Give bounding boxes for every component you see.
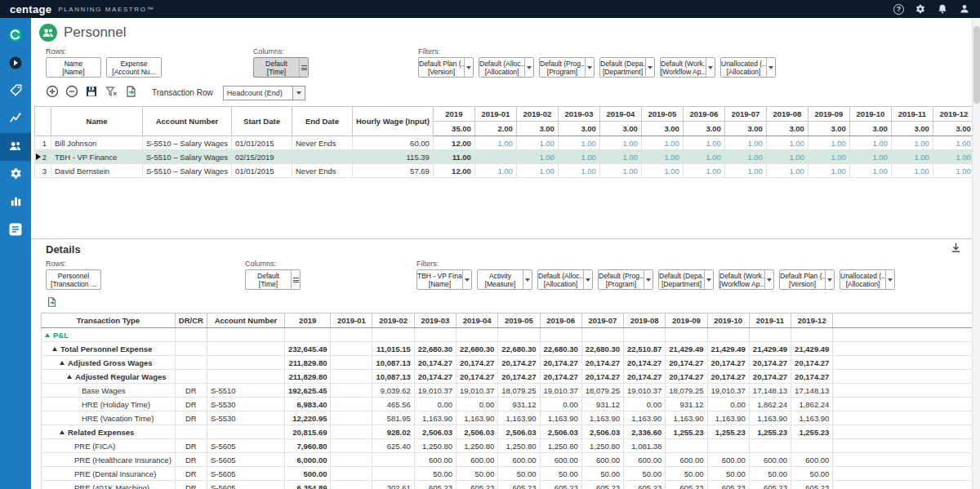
period-value-cell[interactable]: 1.00 [641, 164, 683, 178]
period-value-cell[interactable]: 1.00 [724, 150, 766, 164]
period-value-cell[interactable]: 1.00 [808, 136, 849, 150]
period-value-cell[interactable]: 1.00 [808, 164, 849, 178]
start-date-cell[interactable]: 02/15/2019 [231, 150, 292, 164]
collapse-icon[interactable] [45, 333, 50, 337]
dimension-chip-filter[interactable]: Default (Work...[Workflow Ap... [660, 57, 715, 78]
hourly-wage-cell[interactable]: 60.00 [352, 136, 433, 150]
dropdown-arrow-icon[interactable] [293, 86, 305, 100]
chip-dropdown-icon[interactable] [523, 270, 532, 289]
period-value-cell[interactable]: 1.00 [808, 150, 849, 164]
period-value-cell[interactable]: 1.00 [933, 150, 974, 164]
dimension-chip-row[interactable]: Name[Name] [46, 57, 101, 78]
remove-row-button[interactable] [65, 85, 78, 100]
period-value-cell[interactable]: 1.00 [599, 150, 641, 164]
period-value-cell[interactable]: 1.00 [849, 136, 891, 150]
period-value-cell[interactable]: 1.00 [558, 164, 599, 178]
measure-dropdown-value[interactable]: Headcount (End) [223, 86, 293, 100]
period-value-cell[interactable]: 1.00 [724, 164, 766, 178]
period-value-cell[interactable]: 1.00 [474, 164, 516, 178]
hourly-wage-cell[interactable]: 57.69 [352, 164, 433, 178]
period-value-cell[interactable]: 1.00 [933, 164, 974, 178]
chip-dropdown-icon[interactable] [583, 270, 592, 289]
period-value-cell[interactable]: 1.00 [683, 136, 724, 150]
sidebar-item-settings[interactable] [0, 161, 31, 189]
sidebar-item-personnel[interactable] [0, 133, 31, 161]
collapse-icon[interactable] [52, 347, 57, 351]
sidebar-item-tags[interactable] [0, 78, 31, 105]
sidebar-item-drivers[interactable] [0, 50, 31, 78]
name-cell[interactable]: Bill Johnson [51, 136, 143, 150]
dimension-chip-filter[interactable]: Default (Work...[Workflow Ap... [719, 269, 774, 290]
dimension-chip-column[interactable]: Default[Time] [245, 269, 301, 290]
period-value-cell[interactable]: 1.00 [766, 136, 808, 150]
dimension-chip-filter[interactable]: Default Plan (...[Version] [418, 57, 474, 78]
dimension-chip-filter[interactable]: Default Plan (...[Version] [779, 269, 835, 290]
notifications-icon[interactable] [937, 3, 948, 15]
chip-dropdown-icon[interactable] [704, 270, 713, 289]
period-value-cell[interactable] [474, 150, 516, 164]
collapse-icon[interactable] [67, 375, 72, 379]
period-value-cell[interactable]: 12.00 [433, 136, 474, 150]
dimension-chip-filter[interactable]: Default (Depa...[Department] [599, 57, 655, 78]
period-value-cell[interactable]: 12.00 [433, 164, 474, 178]
dimension-chip-filter[interactable]: Default (Depa...[Department] [658, 269, 714, 290]
period-value-cell[interactable]: 1.00 [933, 136, 974, 150]
period-value-cell[interactable]: 1.00 [516, 136, 558, 150]
period-value-cell[interactable]: 1.00 [849, 164, 891, 178]
save-button[interactable] [85, 85, 98, 100]
name-cell[interactable]: TBH - VP Finance [51, 150, 143, 164]
transaction-type-cell[interactable]: Related Expenses [42, 425, 176, 439]
sidebar-item-logo[interactable] [0, 22, 31, 50]
personnel-row[interactable]: 3David BernsteinS-5510 – Salary Wages01/… [35, 164, 975, 178]
period-value-cell[interactable]: 1.00 [849, 150, 891, 164]
period-value-cell[interactable]: 1.00 [891, 164, 933, 178]
user-icon[interactable] [959, 3, 970, 15]
period-value-cell[interactable]: 1.00 [558, 136, 599, 150]
personnel-row[interactable]: 1Bill JohnsonS-5510 – Salary Wages01/01/… [35, 136, 975, 150]
sidebar-item-analytics[interactable] [0, 105, 31, 133]
chip-dropdown-icon[interactable] [644, 270, 653, 289]
end-date-cell[interactable]: Never Ends [292, 136, 352, 150]
period-value-cell[interactable]: 11.00 [433, 150, 474, 164]
clear-filter-button[interactable] [105, 85, 118, 100]
dimension-chip-row[interactable]: Personnel[Transaction ... [46, 269, 101, 290]
period-value-cell[interactable]: 1.00 [641, 136, 683, 150]
period-value-cell[interactable]: 1.00 [599, 136, 641, 150]
download-button[interactable] [950, 242, 962, 256]
settings-icon[interactable] [915, 3, 926, 15]
start-date-cell[interactable]: 01/01/2015 [231, 164, 292, 178]
chip-dropdown-icon[interactable] [825, 270, 834, 289]
dimension-chip-filter[interactable]: Activity[Measure] [477, 269, 532, 290]
period-value-cell[interactable]: 1.00 [516, 164, 558, 178]
chip-dropdown-icon[interactable] [885, 270, 894, 289]
chip-dropdown-icon[interactable] [645, 58, 654, 77]
period-value-cell[interactable]: 1.00 [724, 136, 766, 150]
scrollbar-thumb[interactable] [973, 26, 980, 104]
transaction-type-cell[interactable]: Adjusted Gross Wages [42, 356, 176, 370]
chip-dropdown-icon[interactable] [585, 58, 594, 77]
help-icon[interactable]: ? [893, 4, 904, 15]
period-value-cell[interactable]: 1.00 [683, 164, 724, 178]
add-row-button[interactable] [46, 85, 59, 100]
period-value-cell[interactable]: 1.00 [683, 150, 724, 164]
period-value-cell[interactable]: 1.00 [766, 150, 808, 164]
sidebar-item-reports[interactable] [0, 216, 31, 244]
end-date-cell[interactable]: Never Ends [292, 164, 352, 178]
chip-dropdown-icon[interactable] [464, 58, 473, 77]
chip-dropdown-icon[interactable] [524, 58, 533, 77]
collapse-icon[interactable] [60, 430, 65, 434]
period-value-cell[interactable]: 1.00 [891, 136, 933, 150]
chip-dropdown-icon[interactable] [462, 270, 471, 289]
period-value-cell[interactable]: 1.00 [641, 150, 683, 164]
end-date-cell[interactable] [292, 150, 352, 164]
period-value-cell[interactable]: 1.00 [766, 164, 808, 178]
dimension-chip-filter[interactable]: TBH - VP Fina...[Name] [416, 269, 472, 290]
collapse-icon[interactable] [60, 361, 65, 365]
measure-dropdown[interactable]: Headcount (End) [223, 86, 305, 100]
sidebar-item-worksheets[interactable] [0, 189, 31, 216]
period-value-cell[interactable]: 1.00 [891, 150, 933, 164]
period-value-cell[interactable]: 1.00 [599, 164, 641, 178]
hourly-wage-cell[interactable]: 115.39 [352, 150, 433, 164]
name-cell[interactable]: David Bernstein [51, 164, 143, 178]
account-cell[interactable]: S-5510 – Salary Wages [143, 136, 232, 150]
